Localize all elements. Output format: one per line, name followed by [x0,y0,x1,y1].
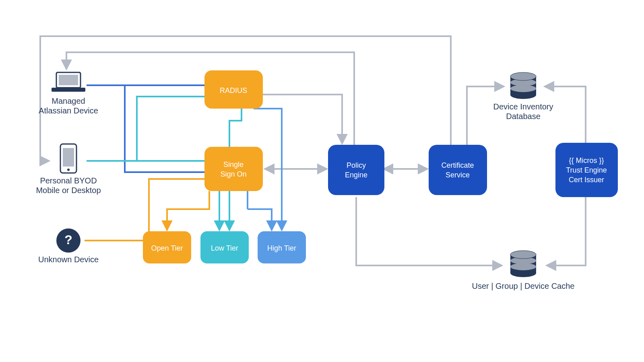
unknown-label: Unknown Device [38,255,99,264]
cert-label-2: Service [446,171,470,179]
managed-device-label-1: Managed [52,97,85,105]
inventory-label-2: Database [506,112,541,121]
svg-rect-13 [328,145,384,195]
micros-label-3: Cert Issuer [569,176,604,184]
high-tier-node: High Tier [258,231,306,263]
edge-byod-up-to-radius [137,97,204,161]
sso-label-2: Sign On [220,170,246,178]
edge-radius-to-policy [263,95,342,143]
open-tier-node: Open Tier [143,231,191,263]
edge-policy-to-cache [356,197,501,265]
svg-rect-1 [59,75,78,85]
svg-rect-4 [63,148,74,167]
inventory-label-1: Device Inventory [493,102,553,111]
managed-device-label-2: Atlassian Device [39,106,98,115]
micros-label-2: Trust Engine [566,166,607,174]
policy-label-2: Engine [345,171,367,179]
open-tier-label: Open Tier [151,244,183,252]
phone-icon [60,144,76,173]
sso-label-1: Single [223,160,244,169]
low-tier-label: Low Tier [211,244,238,252]
svg-text:?: ? [64,232,72,247]
byod-label-2: Mobile or Desktop [36,186,101,195]
cert-label-1: Certificate [441,161,474,169]
svg-point-5 [67,169,70,171]
high-tier-label: High Tier [267,244,296,252]
edge-sso-to-hightier2 [248,209,272,229]
svg-point-21 [510,72,536,80]
unknown-icon: ? [56,228,80,253]
radius-label: RADIUS [220,86,247,95]
inventory-db-icon [510,72,536,99]
sso-node: Single Sign On [204,147,263,191]
svg-rect-14 [429,145,487,195]
micros-node: {{ Micros }} Trust Engine Cert Issuer [555,143,618,197]
edge-micros-to-cache [547,197,586,265]
byod-label-1: Personal BYOD [40,176,97,185]
policy-label-1: Policy [347,161,366,169]
edge-sso-to-opentier [167,191,209,229]
svg-point-20 [510,85,536,92]
edge-micros-to-inventory [545,86,586,145]
cert-service-node: Certificate Service [429,145,487,195]
micros-label-1: {{ Micros }} [569,156,604,165]
svg-rect-9 [204,147,263,191]
laptop-icon [52,72,85,92]
policy-engine-node: Policy Engine [328,145,384,195]
svg-point-26 [510,263,536,270]
cache-db-icon [510,251,536,277]
low-tier-node: Low Tier [200,231,249,263]
svg-rect-2 [52,88,85,92]
edge-cert-to-inventory [467,86,503,145]
cache-label: User | Group | Device Cache [472,282,575,290]
radius-node: RADIUS [204,70,263,109]
svg-point-27 [510,251,536,259]
